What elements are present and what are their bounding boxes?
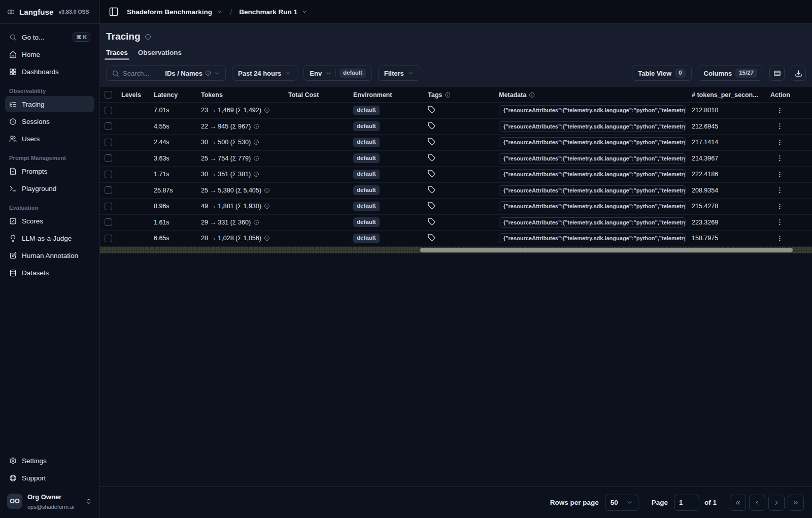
tokens-per-second-cell: 222.4186 — [688, 167, 766, 182]
row-actions-menu-button[interactable] — [773, 120, 786, 133]
sidebar-toggle-button[interactable] — [107, 5, 121, 19]
sidebar-item-datasets[interactable]: Datasets — [5, 265, 94, 281]
row-actions-menu-button[interactable] — [773, 136, 786, 148]
row-actions-menu-button[interactable] — [773, 152, 786, 165]
levels-cell — [117, 135, 150, 150]
kebab-menu-icon — [776, 186, 784, 194]
tokens-per-second-value: 158.7975 — [692, 235, 718, 242]
table-row: 8.96s49 → 1,881 (Σ 1,930)default{"resour… — [100, 199, 812, 215]
project-name: Benchmark Run 1 — [239, 8, 297, 16]
rows-per-page-select[interactable]: 50 — [605, 495, 638, 511]
sidebar-item-label: Home — [22, 51, 40, 58]
row-checkbox[interactable] — [105, 218, 112, 226]
environment-cell: default — [349, 199, 424, 214]
kebab-menu-icon — [776, 107, 784, 114]
tokens-per-second-value: 223.3269 — [692, 219, 718, 226]
sidebar-item-scores[interactable]: Scores — [5, 213, 94, 229]
table-view-label: Table View — [638, 70, 671, 77]
org-breadcrumb[interactable]: Shadeform Benchmarking — [126, 6, 224, 18]
goto-search[interactable]: Go to... ⌘ K — [5, 29, 94, 45]
row-checkbox[interactable] — [105, 171, 112, 178]
tab-observations[interactable]: Observations — [138, 49, 182, 60]
sidebar-item-playground[interactable]: Playground — [5, 180, 94, 197]
sidebar-item-label: Tracing — [22, 101, 45, 108]
tab-traces[interactable]: Traces — [106, 49, 128, 60]
row-actions-menu-button[interactable] — [773, 232, 786, 244]
total-cost-cell — [284, 231, 349, 246]
horizontal-scrollbar[interactable] — [100, 247, 812, 253]
tokens-per-second-value: 215.4278 — [692, 203, 718, 210]
sidebar-item-prompts[interactable]: Prompts — [5, 163, 94, 179]
row-checkbox[interactable] — [105, 139, 112, 146]
row-actions-menu-button[interactable] — [773, 184, 786, 197]
row-actions-menu-button[interactable] — [773, 168, 786, 180]
add-tag-button[interactable] — [428, 154, 435, 163]
info-icon — [253, 155, 259, 161]
add-tag-button[interactable] — [428, 122, 435, 131]
column-label: # tokens_per_secon... — [692, 91, 758, 99]
next-page-button[interactable] — [768, 495, 785, 511]
sidebar-item-human-annotation[interactable]: Human Annotation — [5, 247, 94, 264]
sidebar-item-sessions[interactable]: Sessions — [5, 113, 94, 130]
sidebar-item-tracing[interactable]: Tracing — [5, 96, 94, 112]
scrollbar-thumb[interactable] — [420, 248, 793, 252]
add-tag-button[interactable] — [428, 106, 435, 115]
latency-value: 4.55s — [154, 123, 170, 130]
previous-page-button[interactable] — [749, 495, 765, 511]
search-scope-selector[interactable]: IDs / Names — [165, 70, 220, 77]
row-checkbox[interactable] — [105, 122, 112, 130]
row-checkbox[interactable] — [105, 203, 112, 210]
last-page-button[interactable] — [788, 495, 804, 511]
row-select-cell — [100, 151, 117, 167]
add-tag-button[interactable] — [428, 186, 435, 195]
sidebar-item-settings[interactable]: Settings — [5, 453, 94, 469]
account-menu[interactable]: OO Org Owner ops@shadeform.ai — [5, 487, 94, 512]
info-icon — [205, 70, 211, 76]
row-checkbox[interactable] — [105, 107, 112, 114]
select-all-checkbox[interactable] — [105, 91, 112, 99]
metadata-cell: {"resourceAttributes":{"telemetry.sdk.la… — [495, 215, 688, 231]
time-range-button[interactable]: Past 24 hours — [232, 66, 297, 81]
sidebar-item-llm-as-a-judge[interactable]: LLM-as-a-Judge — [5, 230, 94, 246]
tokens-value: 23 → 1,469 (Σ 1,492) — [201, 107, 261, 114]
page-title: Tracing — [106, 31, 141, 42]
sidebar-item-dashboards[interactable]: Dashboards — [5, 63, 94, 80]
page-number-input[interactable] — [674, 495, 699, 511]
row-checkbox[interactable] — [105, 235, 112, 242]
levels-cell — [117, 103, 150, 118]
row-height-button[interactable] — [769, 66, 785, 81]
sidebar-item-users[interactable]: Users — [5, 131, 94, 147]
tokens-per-second-cell: 214.3967 — [688, 151, 766, 167]
export-button[interactable] — [791, 66, 806, 81]
metadata-value: {"resourceAttributes":{"telemetry.sdk.la… — [499, 105, 686, 115]
chevrons-right-icon — [792, 499, 799, 506]
row-actions-menu-button[interactable] — [773, 104, 786, 116]
tokens-value: 30 → 500 (Σ 530) — [201, 139, 251, 146]
row-checkbox[interactable] — [105, 154, 112, 162]
add-tag-button[interactable] — [428, 202, 435, 211]
metadata-value: {"resourceAttributes":{"telemetry.sdk.la… — [499, 137, 686, 147]
search-input[interactable] — [123, 70, 159, 77]
first-page-button[interactable] — [730, 495, 746, 511]
filters-button[interactable]: Filters — [378, 66, 420, 81]
environment-filter-button[interactable]: Env default — [303, 66, 372, 81]
add-tag-button[interactable] — [428, 138, 435, 147]
add-tag-button[interactable] — [428, 170, 435, 179]
add-tag-button[interactable] — [428, 218, 435, 227]
tokens-value: 28 → 1,028 (Σ 1,056) — [201, 235, 261, 242]
users-icon — [9, 135, 17, 143]
row-checkbox[interactable] — [105, 186, 112, 194]
tag-icon — [428, 138, 435, 145]
project-breadcrumb[interactable]: Benchmark Run 1 — [238, 6, 309, 18]
metadata-value: {"resourceAttributes":{"telemetry.sdk.la… — [499, 201, 686, 211]
sidebar-item-support[interactable]: Support — [5, 470, 94, 487]
table-view-button[interactable]: Table View 0 — [632, 66, 691, 81]
sidebar-item-home[interactable]: Home — [5, 46, 94, 62]
levels-cell — [117, 231, 150, 246]
row-actions-menu-button[interactable] — [773, 216, 786, 229]
add-tag-button[interactable] — [428, 234, 435, 243]
search-box[interactable]: IDs / Names — [106, 66, 226, 81]
columns-button[interactable]: Columns 15/27 — [698, 66, 763, 81]
chevron-down-icon — [216, 8, 223, 15]
row-actions-menu-button[interactable] — [773, 200, 786, 212]
